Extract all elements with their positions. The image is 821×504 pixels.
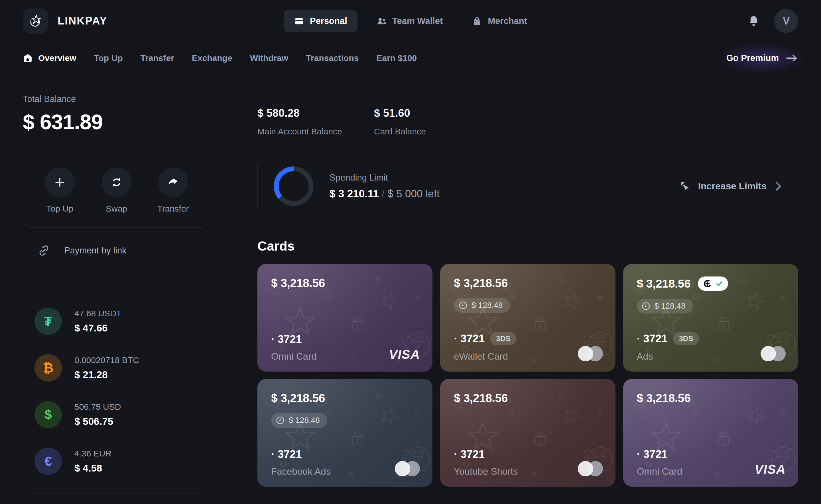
tab-label: Merchant (488, 16, 527, 26)
clock-icon (642, 302, 651, 311)
pending-amount: $ 128.48 (655, 302, 686, 311)
spent-amount: $ 3 210.11 (330, 188, 379, 200)
eur-symbol: € (44, 454, 52, 469)
pending-amount: $ 128.48 (289, 416, 320, 425)
card-balance: $ 51.60 Card Balance (374, 107, 472, 136)
check-icon (716, 280, 723, 287)
nav-label: Overview (38, 53, 76, 63)
nav-exchange[interactable]: Exchange (192, 53, 232, 63)
card-last4: · 3721 (637, 448, 668, 460)
tab-label: Personal (310, 16, 347, 26)
increase-limits-button[interactable]: Increase Limits (679, 181, 782, 192)
tab-team-wallet[interactable]: Team Wallet (366, 10, 453, 32)
user-avatar[interactable]: V (774, 9, 798, 33)
link-icon (38, 245, 50, 257)
mastercard-logo (578, 460, 603, 477)
card-balance: $ 3,218.56 (454, 276, 508, 290)
threeds-badge: 3DS (673, 332, 699, 345)
asset-value: $ 4.58 (74, 462, 111, 474)
transfer-button[interactable]: Transfer (154, 167, 191, 227)
limit-remaining: $ 5 000 left (387, 188, 440, 200)
nav-transfer[interactable]: Transfer (140, 53, 174, 63)
btc-symbol: ₿ (43, 360, 54, 376)
asset-amount: 4.36 EUR (74, 449, 111, 458)
google-verified-badge (698, 276, 728, 291)
asset-amount: 0.00020718 BTC (74, 355, 139, 365)
card-ads[interactable]: $ 3,218.56 (623, 264, 798, 372)
card-name: Omni Card (637, 466, 683, 477)
shooting-star-icon (28, 14, 42, 28)
nav-overview[interactable]: Overview (23, 53, 76, 63)
card-info: · 3721 3DS Ads (637, 332, 699, 362)
pending-amount-badge: $ 128.48 (637, 299, 693, 314)
card-last4: · 3721 (454, 333, 485, 345)
card-omni-1[interactable]: $ 3,218.56 · 3721 Omni Card VISA (258, 264, 432, 372)
stat-label: Card Balance (374, 127, 472, 136)
trend-arrow-icon (679, 181, 690, 192)
left-column: Total Balance $ 631.89 Top Up (23, 74, 210, 493)
nav-label: Exchange (192, 53, 232, 63)
separator: / (379, 188, 387, 200)
app-header: LINKPAY Personal Team Wallet (0, 0, 821, 42)
visa-logo: VISA (755, 462, 786, 477)
increase-limits-label: Increase Limits (698, 181, 767, 192)
visa-logo: VISA (389, 347, 420, 362)
card-name: Ads (637, 351, 699, 362)
tab-merchant[interactable]: Merchant (461, 10, 537, 32)
logo-mark (23, 9, 48, 34)
asset-row-usd[interactable]: $ 506.75 USD $ 506.75 (34, 391, 198, 438)
card-info: · 3721 Omni Card (637, 448, 683, 477)
plus-icon (45, 167, 75, 197)
spending-limit-title: Spending Limit (330, 173, 440, 183)
card-info: · 3721 3DS eWallet Card (454, 332, 516, 362)
card-balance: $ 3,218.56 (454, 392, 508, 405)
go-premium-label: Go Premium (726, 53, 779, 63)
card-info: · 3721 Omni Card (271, 333, 317, 362)
mastercard-logo (578, 345, 603, 362)
total-balance-label: Total Balance (23, 94, 210, 104)
card-omni-2[interactable]: $ 3,218.56 · 3721 Omni Card VISA (623, 379, 798, 487)
header-actions: V (748, 9, 798, 33)
tab-personal[interactable]: Personal (284, 10, 358, 32)
nav-earn[interactable]: Earn $100 (376, 53, 417, 63)
card-facebook-ads[interactable]: $ 3,218.56 $ 128.48 · 3721 Facebook Ads (258, 379, 432, 487)
card-last4: · 3721 (271, 448, 302, 460)
quick-actions-card: Top Up Swap (23, 156, 210, 228)
asset-row-eur[interactable]: € 4.36 EUR $ 4.58 (34, 438, 198, 485)
usd-icon: $ (34, 401, 62, 428)
clock-icon (276, 416, 285, 425)
brand-logo[interactable]: LINKPAY (23, 9, 107, 34)
nav-top-up[interactable]: Top Up (94, 53, 122, 63)
card-ewallet[interactable]: $ 3,218.56 $ 128.48 · 3721 3DS (440, 264, 615, 372)
card-youtube-shorts[interactable]: $ 3,218.56 · 3721 Youtube Shorts (440, 379, 615, 487)
top-up-button[interactable]: Top Up (41, 167, 78, 227)
account-type-tabs: Personal Team Wallet Merchant (284, 10, 537, 32)
spending-progress-ring (274, 166, 314, 206)
pending-amount-badge: $ 128.48 (271, 413, 327, 428)
asset-row-usdt[interactable]: ₮ 47.68 USDT $ 47.66 (34, 298, 198, 345)
payment-by-link-button[interactable]: Payment by link (23, 236, 210, 265)
wallet-icon (294, 16, 304, 26)
asset-amount: 506.75 USD (74, 402, 121, 412)
asset-row-btc[interactable]: ₿ 0.00020718 BTC $ 21.28 (34, 345, 198, 391)
cards-heading: Cards (258, 238, 798, 254)
mastercard-logo (395, 460, 420, 477)
swap-icon (102, 167, 131, 197)
usd-symbol: $ (44, 407, 52, 422)
swap-button[interactable]: Swap (98, 167, 135, 227)
stat-value: $ 580.28 (258, 107, 356, 119)
nav-withdraw[interactable]: Withdraw (250, 53, 289, 63)
action-label: Transfer (157, 204, 189, 214)
notifications-button[interactable] (748, 15, 760, 27)
card-balance: $ 3,218.56 (271, 392, 325, 405)
pending-amount: $ 128.48 (471, 301, 503, 310)
asset-value: $ 47.66 (74, 322, 121, 334)
card-balance: $ 3,218.56 (637, 277, 691, 290)
card-name: Youtube Shorts (454, 466, 518, 477)
nav-label: Transactions (306, 53, 359, 63)
share-arrow-icon (158, 167, 188, 197)
nav-label: Transfer (140, 53, 174, 63)
card-last4: · 3721 (637, 333, 668, 345)
go-premium-button[interactable]: Go Premium (726, 53, 798, 63)
nav-transactions[interactable]: Transactions (306, 53, 359, 63)
